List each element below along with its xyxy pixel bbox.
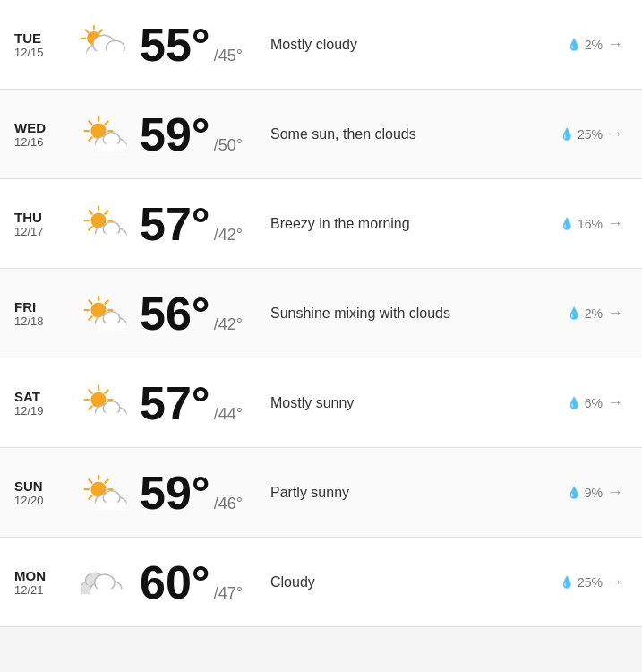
weather-icon [68,20,140,69]
weather-description: Some sun, then clouds [256,126,549,142]
raindrop-icon: 💧 [560,575,574,589]
day-info: TUE 12/15 [14,30,68,59]
temp-low: /50° [214,136,243,155]
precip-value: 6% [585,396,603,410]
svg-line-18 [89,137,91,140]
temp-high: 56° [140,290,210,337]
svg-line-4 [99,30,102,32]
weather-row[interactable]: SAT 12/19 57° /44° Mostly sunny 💧 6% [0,358,642,448]
weather-forecast-list: TUE 12/15 55° /45° Mostly cloudy 💧 2% → [0,0,642,627]
day-name: FRI [14,299,68,314]
temp-block: 57° /42° [140,201,256,247]
weather-row[interactable]: THU 12/17 57° /42° Breezy in the morning… [0,179,642,269]
day-date: 12/20 [14,494,68,507]
detail-arrow[interactable]: → [603,573,628,591]
day-name: MON [14,568,68,583]
day-date: 12/21 [14,583,68,597]
day-info: SUN 12/20 [14,478,68,507]
svg-line-69 [105,479,107,482]
temp-block: 57° /44° [140,380,256,426]
day-info: MON 12/21 [14,568,68,597]
weather-row[interactable]: MON 12/21 60° /47° Cloudy 💧 25% → [0,538,642,627]
temp-low: /42° [214,226,243,245]
temp-block: 59° /50° [140,111,256,158]
precip-value: 25% [578,575,603,590]
temp-block: 59° /46° [140,470,256,516]
svg-line-3 [85,30,88,32]
detail-arrow[interactable]: → [603,483,628,502]
svg-line-54 [89,390,91,392]
temp-low: /46° [214,495,243,513]
weather-icon [68,468,140,517]
detail-arrow[interactable]: → [603,304,628,323]
svg-line-30 [105,211,107,213]
precipitation: 💧 9% [549,486,603,500]
detail-arrow[interactable]: → [603,214,628,233]
precipitation: 💧 6% [549,396,603,410]
svg-line-57 [89,406,91,409]
temp-low: /44° [214,405,243,424]
svg-line-43 [105,300,107,303]
temp-high: 60° [140,559,210,606]
day-date: 12/16 [14,135,68,149]
precipitation: 💧 2% [549,306,603,321]
day-info: WED 12/16 [14,120,68,149]
day-date: 12/17 [14,225,68,238]
detail-arrow[interactable]: → [603,35,628,54]
weather-description: Breezy in the morning [256,216,549,232]
weather-row[interactable]: FRI 12/18 56° /42° Sunshine mixing with … [0,269,642,358]
svg-line-28 [89,211,91,213]
temp-low: /45° [214,47,243,65]
raindrop-icon: 💧 [567,38,581,51]
raindrop-icon: 💧 [567,486,581,499]
weather-description: Cloudy [256,574,549,590]
day-date: 12/19 [14,404,68,418]
day-name: TUE [14,30,68,46]
raindrop-icon: 💧 [560,127,574,141]
detail-arrow[interactable]: → [603,125,628,143]
weather-icon [68,289,140,338]
temp-high: 59° [140,111,210,158]
raindrop-icon: 💧 [560,217,574,230]
svg-line-15 [89,121,91,124]
day-name: SUN [14,478,68,494]
precip-value: 25% [578,127,603,142]
weather-description: Mostly cloudy [256,37,549,53]
precip-value: 9% [585,486,603,500]
temp-low: /42° [214,315,243,334]
temp-high: 55° [140,22,210,68]
temp-high: 57° [140,380,210,426]
temp-low: /47° [214,584,243,603]
svg-line-70 [89,495,91,498]
svg-line-31 [89,227,91,229]
weather-icon [68,557,140,607]
temp-block: 60° /47° [140,559,256,606]
weather-description: Mostly sunny [256,395,549,411]
weather-description: Partly sunny [256,485,549,501]
weather-description: Sunshine mixing with clouds [256,306,549,322]
day-date: 12/15 [14,46,68,59]
weather-icon [68,109,140,159]
day-date: 12/18 [14,314,68,328]
detail-arrow[interactable]: → [603,393,628,412]
precipitation: 💧 2% [549,38,603,52]
precipitation: 💧 25% [549,575,603,590]
weather-icon [68,378,140,427]
svg-line-17 [105,121,107,124]
precip-value: 2% [585,306,603,321]
day-info: THU 12/17 [14,210,68,238]
weather-icon [68,199,140,248]
weather-row[interactable]: SUN 12/20 59° /46° Partly sunny 💧 9% [0,448,642,538]
temp-block: 56° /42° [140,290,256,337]
raindrop-icon: 💧 [567,396,581,409]
precip-value: 2% [585,38,603,52]
svg-point-81 [95,574,115,591]
day-name: SAT [14,389,68,404]
precipitation: 💧 25% [549,127,603,142]
weather-row[interactable]: TUE 12/15 55° /45° Mostly cloudy 💧 2% → [0,0,642,90]
svg-line-67 [89,479,91,482]
temp-high: 57° [140,201,210,247]
day-info: FRI 12/18 [14,299,68,328]
temp-high: 59° [140,470,210,516]
weather-row[interactable]: WED 12/16 59° /50° Some sun, then clouds… [0,90,642,179]
